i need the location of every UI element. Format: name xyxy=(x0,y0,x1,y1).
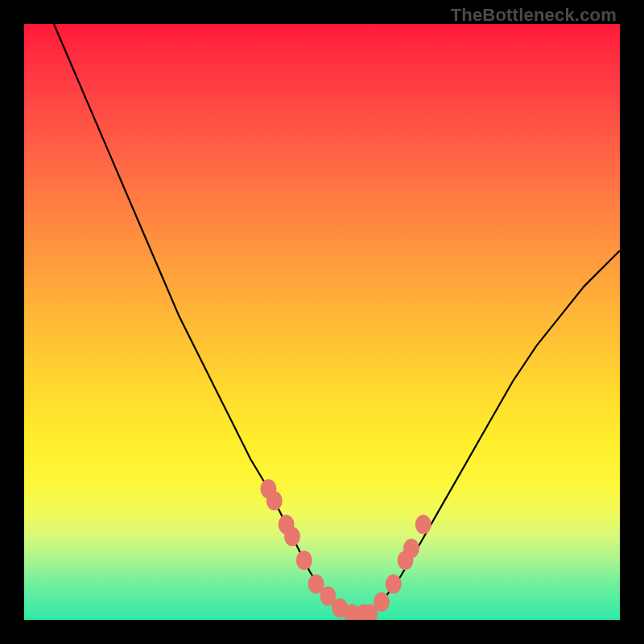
data-point xyxy=(386,575,402,594)
data-point xyxy=(403,539,419,558)
data-point xyxy=(284,526,300,546)
data-point xyxy=(266,491,283,510)
data-point xyxy=(296,551,312,570)
bottleneck-curve xyxy=(54,24,620,614)
watermark-text: TheBottleneck.com xyxy=(451,5,617,26)
curve-svg xyxy=(24,24,620,620)
data-point xyxy=(415,515,431,535)
chart-frame: TheBottleneck.com xyxy=(0,0,644,644)
data-point xyxy=(374,592,390,612)
highlighted-points xyxy=(260,479,431,620)
plot-area xyxy=(24,24,620,620)
